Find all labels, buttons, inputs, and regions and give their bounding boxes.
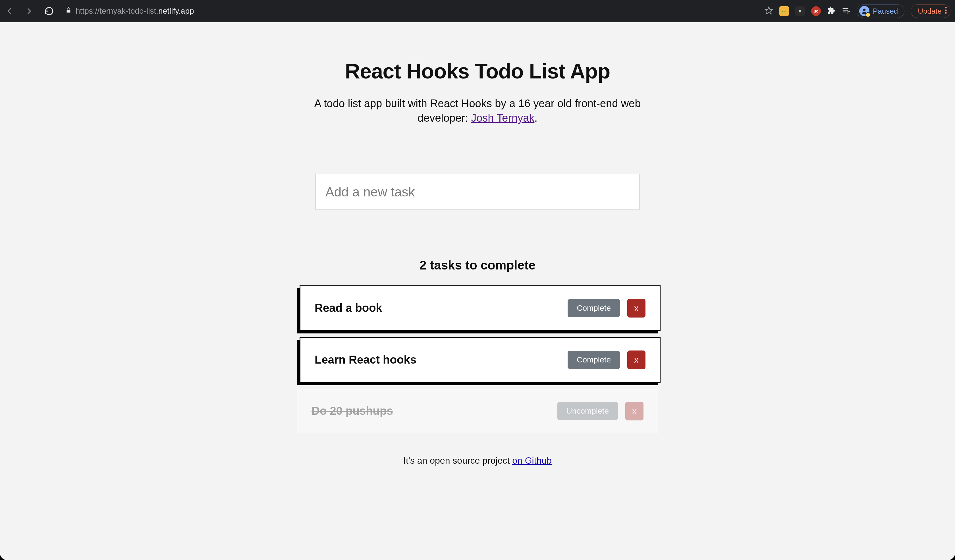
chrome-actions: ⋯ ▾ uo Paused Update <box>765 4 950 18</box>
reload-button[interactable] <box>44 6 54 16</box>
forward-button[interactable] <box>24 6 34 16</box>
todo-title: Read a book <box>315 302 382 314</box>
author-link[interactable]: Josh Ternyak <box>471 112 534 124</box>
avatar-icon <box>859 6 869 16</box>
todo-buttons: Complete x <box>568 299 645 318</box>
todo-item-completed: Do 20 pushups Uncomplete x <box>297 389 658 433</box>
new-task-input[interactable] <box>315 174 640 210</box>
extension-icon[interactable]: ⋯ <box>779 6 789 16</box>
svg-point-4 <box>863 9 866 11</box>
extensions-icon[interactable] <box>827 6 836 16</box>
paused-label: Paused <box>873 7 898 16</box>
update-pill[interactable]: Update <box>911 4 950 18</box>
delete-button[interactable]: x <box>627 350 645 369</box>
back-button[interactable] <box>5 6 14 16</box>
extension-icon[interactable]: uo <box>811 6 821 16</box>
bookmark-star-icon[interactable] <box>765 6 773 16</box>
profile-paused-pill[interactable]: Paused <box>856 4 904 18</box>
footer-text: It's an open source project <box>403 455 512 466</box>
todo-title: Learn React hooks <box>315 354 416 366</box>
address-bar[interactable]: https://ternyak-todo-list.netlify.app <box>65 6 765 16</box>
url-text: https://ternyak-todo-list.netlify.app <box>76 6 194 16</box>
kebab-icon[interactable] <box>944 6 947 16</box>
media-control-icon[interactable] <box>842 6 850 16</box>
uncomplete-button[interactable]: Uncomplete <box>557 402 618 420</box>
todo-item: Read a book Complete x <box>299 285 661 331</box>
page-title: React Hooks Todo List App <box>297 59 658 83</box>
github-link[interactable]: on Github <box>512 455 552 466</box>
nav-buttons <box>5 6 54 16</box>
extension-icon[interactable]: ▾ <box>795 6 805 16</box>
svg-marker-0 <box>765 7 772 14</box>
subtitle-after: . <box>534 112 537 124</box>
page-subtitle: A todo list app built with React Hooks b… <box>297 96 658 126</box>
complete-button[interactable]: Complete <box>568 299 620 317</box>
delete-button[interactable]: x <box>625 402 643 421</box>
lock-icon <box>65 6 72 16</box>
todo-item: Learn React hooks Complete x <box>299 337 661 383</box>
open-source-note: It's an open source project on Github <box>297 455 658 466</box>
todo-title: Do 20 pushups <box>312 405 393 417</box>
svg-point-5 <box>945 6 947 8</box>
complete-button[interactable]: Complete <box>568 351 620 369</box>
webpage-viewport: React Hooks Todo List App A todo list ap… <box>0 22 955 560</box>
delete-button[interactable]: x <box>627 299 645 318</box>
todo-buttons: Complete x <box>568 350 645 369</box>
tasks-remaining-heading: 2 tasks to complete <box>297 258 658 272</box>
browser-chrome: https://ternyak-todo-list.netlify.app ⋯ … <box>0 0 955 22</box>
todo-buttons: Uncomplete x <box>557 402 643 421</box>
page-content: React Hooks Todo List App A todo list ap… <box>297 59 658 560</box>
todo-list: Read a book Complete x Learn React hooks… <box>297 285 658 433</box>
svg-point-6 <box>945 9 947 11</box>
pause-badge-icon <box>866 12 870 17</box>
svg-point-7 <box>945 12 947 14</box>
update-label: Update <box>918 7 942 16</box>
